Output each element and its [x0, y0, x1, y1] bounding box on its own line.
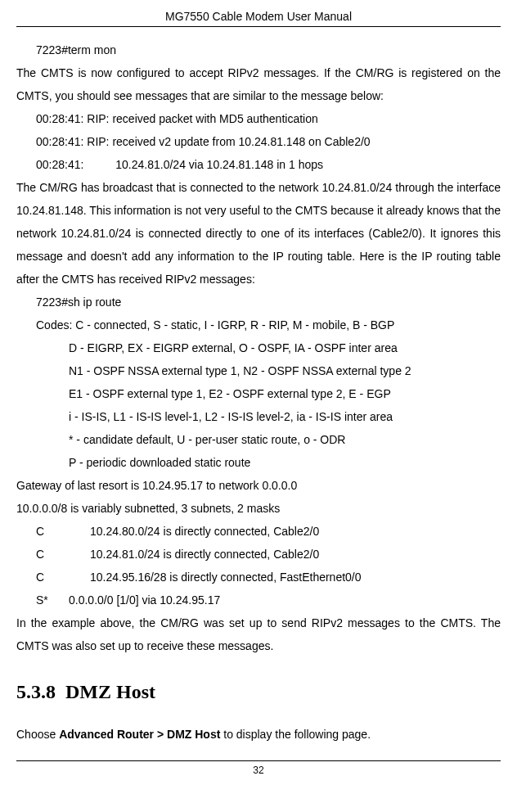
- log-line-3: 00:28:41: 10.24.81.0/24 via 10.24.81.148…: [16, 153, 501, 176]
- route-text: 0.0.0.0/0 [1/0] via 10.24.95.17: [69, 593, 220, 607]
- codes-line-4: E1 - OSPF external type 1, E2 - OSPF ext…: [16, 382, 501, 405]
- route-text: 10.24.81.0/24 is directly connected, Cab…: [90, 548, 319, 561]
- codes-line-3: N1 - OSPF NSSA external type 1, N2 - OSP…: [16, 359, 501, 382]
- route-code: C: [36, 566, 90, 589]
- choose-prefix: Choose: [16, 728, 59, 741]
- route-3: C10.24.95.16/28 is directly connected, F…: [16, 566, 501, 589]
- subnets-line: 10.0.0.0/8 is variably subnetted, 3 subn…: [16, 497, 501, 520]
- log-route: 10.24.81.0/24 via 10.24.81.148 in 1 hops: [115, 158, 323, 171]
- section-title: DMZ Host: [65, 681, 155, 702]
- page-footer: 32: [16, 760, 501, 776]
- paragraph-explanation: The CM/RG has broadcast that is connecte…: [16, 176, 501, 291]
- route-code: S*: [36, 589, 69, 611]
- paragraph-summary: In the example above, the CM/RG was set …: [16, 611, 501, 657]
- sh-ip-route-command: 7223#sh ip route: [16, 291, 501, 314]
- codes-line-7: P - periodic downloaded static route: [16, 451, 501, 474]
- gateway-line: Gateway of last resort is 10.24.95.17 to…: [16, 474, 501, 497]
- paragraph-intro: The CMTS is now configured to accept RIP…: [16, 61, 501, 107]
- log-time: 00:28:41:: [36, 158, 83, 171]
- page-content: 7223#term mon The CMTS is now configured…: [16, 38, 501, 746]
- choose-instruction: Choose Advanced Router > DMZ Host to dis…: [16, 723, 501, 746]
- codes-line-6: * - candidate default, U - per-user stat…: [16, 428, 501, 451]
- route-code: C: [36, 520, 90, 543]
- section-number: 5.3.8: [16, 681, 56, 702]
- route-code: C: [36, 543, 90, 566]
- menu-path: Advanced Router > DMZ Host: [59, 728, 220, 741]
- log-line-1: 00:28:41: RIP: received packet with MD5 …: [16, 107, 501, 130]
- codes-line-1: Codes: C - connected, S - static, I - IG…: [16, 314, 501, 336]
- terminal-command: 7223#term mon: [16, 38, 501, 61]
- choose-suffix: to display the following page.: [220, 728, 371, 741]
- page-header-title: MG7550 Cable Modem User Manual: [16, 10, 501, 27]
- route-2: C10.24.81.0/24 is directly connected, Ca…: [16, 543, 501, 566]
- log-line-2: 00:28:41: RIP: received v2 update from 1…: [16, 130, 501, 153]
- codes-line-5: i - IS-IS, L1 - IS-IS level-1, L2 - IS-I…: [16, 405, 501, 428]
- route-text: 10.24.80.0/24 is directly connected, Cab…: [90, 525, 319, 538]
- codes-line-2: D - EIGRP, EX - EIGRP external, O - OSPF…: [16, 336, 501, 359]
- section-heading: 5.3.8 DMZ Host: [16, 672, 501, 711]
- route-4: S*0.0.0.0/0 [1/0] via 10.24.95.17: [16, 589, 501, 611]
- route-text: 10.24.95.16/28 is directly connected, Fa…: [90, 571, 362, 584]
- route-1: C10.24.80.0/24 is directly connected, Ca…: [16, 520, 501, 543]
- page-number: 32: [253, 765, 263, 776]
